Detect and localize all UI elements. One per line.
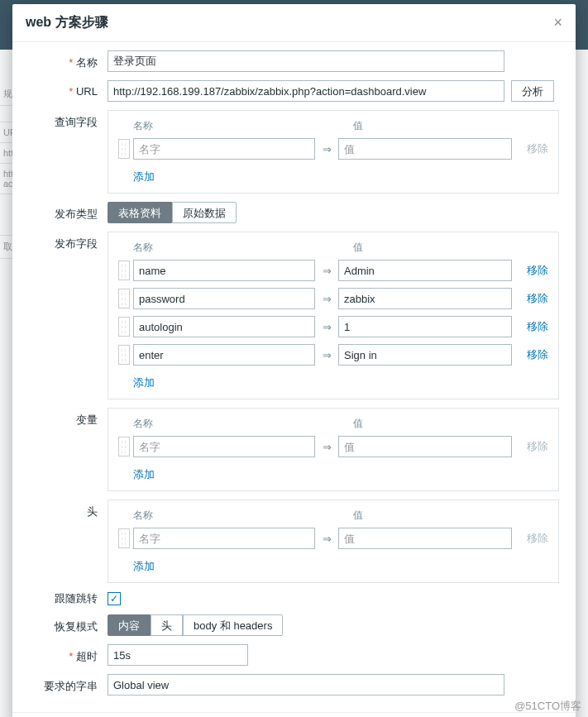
post-value-input[interactable] (338, 288, 512, 309)
headers-box: 名称 值 ⋮⋮⋮⋮⋮⋮ ⇒ 移除 添加 (108, 500, 559, 583)
retrieve-both-button[interactable]: body 和 headers (183, 614, 283, 636)
col-value-header: 值 (353, 119, 548, 133)
add-variable-link[interactable]: 添加 (133, 467, 155, 482)
remove-link: 移除 (523, 531, 548, 546)
required-string-input[interactable] (108, 674, 504, 695)
post-type-label: 发布类型 (12, 202, 108, 222)
drag-handle-icon[interactable]: ⋮⋮⋮⋮⋮⋮ (118, 317, 130, 337)
name-label: 名称 (12, 50, 108, 70)
timeout-input[interactable] (108, 644, 248, 666)
url-label: URL (12, 80, 108, 98)
param-row: ⋮⋮⋮⋮⋮⋮⇒移除 (118, 316, 548, 337)
required-string-label: 要求的字串 (12, 674, 108, 694)
post-value-input[interactable] (338, 344, 512, 366)
post-fields-label: 发布字段 (12, 232, 108, 251)
remove-link: 移除 (523, 141, 548, 156)
drag-handle-icon[interactable]: ⋮⋮⋮⋮⋮⋮ (118, 139, 130, 159)
query-label: 查询字段 (12, 110, 108, 130)
remove-link[interactable]: 移除 (523, 319, 548, 334)
remove-link: 移除 (523, 439, 548, 454)
remove-link[interactable]: 移除 (523, 263, 548, 278)
drag-handle-icon[interactable]: ⋮⋮⋮⋮⋮⋮ (118, 261, 130, 280)
post-name-input[interactable] (133, 288, 315, 309)
query-name-input[interactable] (133, 138, 315, 160)
param-row: ⋮⋮⋮⋮⋮⋮⇒移除 (118, 260, 548, 281)
close-icon[interactable]: × (553, 14, 562, 31)
query-fields-box: 名称 值 ⋮⋮⋮⋮⋮⋮ ⇒ 移除 添加 (108, 110, 559, 194)
retrieve-mode-label: 恢复模式 (12, 614, 108, 634)
add-query-link[interactable]: 添加 (133, 170, 155, 184)
param-row: ⋮⋮⋮⋮⋮⋮ ⇒ 移除 (118, 528, 548, 549)
timeout-label: 超时 (12, 644, 108, 664)
remove-link[interactable]: 移除 (523, 347, 548, 362)
drag-handle-icon[interactable]: ⋮⋮⋮⋮⋮⋮ (118, 345, 130, 365)
variables-label: 变量 (12, 408, 108, 428)
watermark: @51CTO博客 (514, 699, 581, 714)
param-row: ⋮⋮⋮⋮⋮⋮⇒移除 (118, 344, 548, 366)
post-name-input[interactable] (133, 344, 315, 366)
remove-link[interactable]: 移除 (523, 291, 548, 306)
header-name-input[interactable] (133, 528, 315, 549)
add-post-field-link[interactable]: 添加 (133, 375, 155, 390)
follow-redirects-label: 跟随跳转 (12, 591, 108, 606)
post-type-form-button[interactable]: 表格资料 (108, 202, 172, 223)
drag-handle-icon[interactable]: ⋮⋮⋮⋮⋮⋮ (118, 528, 130, 548)
headers-label: 头 (12, 500, 108, 519)
parse-button[interactable]: 分析 (511, 80, 554, 102)
variables-box: 名称 值 ⋮⋮⋮⋮⋮⋮ ⇒ 移除 添加 (108, 408, 559, 491)
url-input[interactable] (108, 80, 504, 102)
variable-value-input[interactable] (338, 436, 512, 457)
param-row: ⋮⋮⋮⋮⋮⋮⇒移除 (118, 288, 548, 309)
post-value-input[interactable] (338, 260, 512, 281)
add-header-link[interactable]: 添加 (133, 559, 155, 574)
web-step-dialog: web 方案步骤 × 名称 URL 分析 查询字段 名称 值 (12, 4, 576, 717)
dialog-title: web 方案步骤 (26, 14, 108, 31)
retrieve-headers-button[interactable]: 头 (151, 614, 183, 636)
name-input[interactable] (108, 50, 504, 72)
follow-redirects-checkbox[interactable]: ✓ (108, 592, 121, 605)
post-fields-box: 名称 值 ⋮⋮⋮⋮⋮⋮⇒移除⋮⋮⋮⋮⋮⋮⇒移除⋮⋮⋮⋮⋮⋮⇒移除⋮⋮⋮⋮⋮⋮⇒移… (108, 232, 559, 399)
post-value-input[interactable] (338, 316, 512, 337)
post-name-input[interactable] (133, 316, 315, 337)
post-type-group: 表格资料 原始数据 (108, 202, 237, 223)
post-type-raw-button[interactable]: 原始数据 (172, 202, 237, 223)
arrow-icon: ⇒ (315, 143, 338, 155)
post-name-input[interactable] (133, 260, 315, 281)
drag-handle-icon[interactable]: ⋮⋮⋮⋮⋮⋮ (118, 437, 130, 456)
param-row: ⋮⋮⋮⋮⋮⋮ ⇒ 移除 (118, 138, 548, 160)
drag-handle-icon[interactable]: ⋮⋮⋮⋮⋮⋮ (118, 289, 130, 308)
col-name-header: 名称 (133, 119, 330, 133)
variable-name-input[interactable] (133, 436, 315, 457)
query-value-input[interactable] (338, 138, 512, 160)
param-row: ⋮⋮⋮⋮⋮⋮ ⇒ 移除 (118, 436, 548, 457)
header-value-input[interactable] (338, 528, 512, 549)
retrieve-body-button[interactable]: 内容 (108, 614, 151, 636)
retrieve-mode-group: 内容 头 body 和 headers (108, 614, 283, 636)
